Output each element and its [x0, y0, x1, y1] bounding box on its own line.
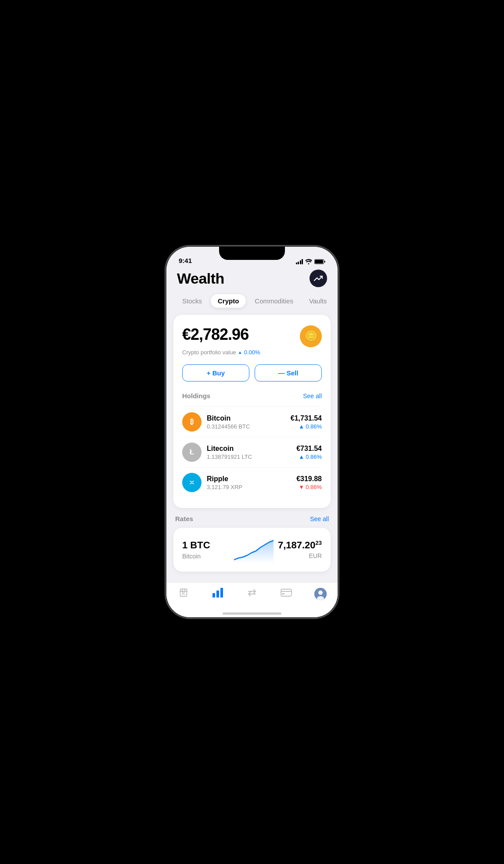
holding-btc[interactable]: ₿ Bitcoin 0.31244566 BTC €1,731.54 ▲ 0.8…: [182, 407, 322, 437]
nav-home[interactable]: R: [173, 588, 194, 598]
holding-xrp[interactable]: Ripple 3,121.79 XRP €319.88 ▼ 0.86%: [182, 467, 322, 497]
svg-rect-11: [282, 593, 284, 594]
rates-asset: 1 BTC: [182, 540, 230, 551]
svg-text:₿: ₿: [190, 418, 194, 425]
xrp-value-wrap: €319.88 ▼ 0.86%: [296, 475, 322, 490]
svg-point-13: [318, 590, 323, 595]
bottom-nav: R: [166, 582, 338, 617]
xrp-amount: 3,121.79 XRP: [207, 484, 296, 490]
svg-text:Ł: Ł: [190, 448, 194, 456]
portfolio-change: 0.00%: [244, 349, 260, 356]
signal-icon: [296, 259, 303, 264]
btc-name: Bitcoin: [207, 414, 291, 422]
xrp-value: €319.88: [296, 475, 322, 483]
xrp-icon: [182, 473, 202, 492]
ltc-value-wrap: €731.54 ▲ 0.86%: [296, 445, 322, 460]
btc-value-wrap: €1,731.54 ▲ 0.86%: [291, 414, 322, 430]
profile-avatar: [314, 588, 327, 600]
holdings-title: Holdings: [182, 392, 210, 400]
btc-change-arrow: ▲: [299, 423, 304, 430]
btc-amount: 0.31244566 BTC: [207, 423, 291, 430]
ltc-change-arrow: ▲: [299, 454, 304, 460]
rates-header: Rates See all: [173, 515, 331, 522]
btc-value: €1,731.54: [291, 414, 322, 422]
tab-stocks[interactable]: Stocks: [175, 294, 209, 308]
ltc-info: Litecoin 1.138791921 LTC: [207, 445, 296, 460]
svg-rect-9: [281, 589, 292, 596]
btc-info: Bitcoin 0.31244566 BTC: [207, 414, 291, 430]
notifications-icon[interactable]: [310, 270, 327, 287]
rates-chart: [230, 536, 278, 563]
ltc-icon: Ł: [182, 443, 202, 462]
rates-left: 1 BTC Bitcoin: [182, 540, 230, 560]
ltc-change: ▲ 0.86%: [296, 454, 322, 460]
nav-wealth[interactable]: [207, 588, 229, 598]
ltc-name: Litecoin: [207, 445, 296, 453]
btc-icon: ₿: [182, 412, 202, 432]
action-buttons: + Buy — Sell: [182, 364, 322, 382]
svg-rect-6: [212, 593, 215, 598]
ltc-amount: 1.138791921 LTC: [207, 454, 296, 460]
btc-change: ▲ 0.86%: [291, 423, 322, 430]
rates-section: Rates See all 1 BTC Bitcoin: [166, 515, 338, 572]
xrp-change: ▼ 0.86%: [296, 484, 322, 490]
nav-card[interactable]: [275, 588, 297, 598]
rates-title: Rates: [175, 515, 193, 522]
tab-commodities[interactable]: Commodities: [248, 294, 300, 308]
status-icons: [296, 259, 326, 264]
portfolio-subtitle: Crypto portfolio value ▲ 0.00%: [182, 349, 322, 356]
xrp-name: Ripple: [207, 475, 296, 483]
category-tabs: Stocks Crypto Commodities Vaults: [166, 294, 338, 315]
svg-point-4: [188, 479, 195, 486]
portfolio-coin-icon: 🪙: [300, 325, 322, 347]
main-content: Wealth Stocks Crypto Commodities Vaults …: [166, 266, 338, 617]
holding-ltc[interactable]: Ł Litecoin 1.138791921 LTC €731.54 ▲ 0.8…: [182, 437, 322, 467]
sell-button[interactable]: — Sell: [255, 364, 322, 382]
portfolio-value: €2,782.96: [182, 325, 248, 344]
page-header: Wealth: [166, 266, 338, 294]
portfolio-card: €2,782.96 🪙 Crypto portfolio value ▲ 0.0…: [173, 315, 331, 508]
nav-profile[interactable]: [310, 588, 331, 600]
battery-icon: [314, 259, 325, 264]
rates-price-wrap: 7,187.2023 EUR: [278, 540, 322, 559]
status-time: 9:41: [179, 257, 192, 264]
change-arrow: ▲: [238, 350, 242, 355]
rates-see-all[interactable]: See all: [310, 515, 329, 522]
home-indicator: [223, 612, 281, 615]
rates-name: Bitcoin: [182, 553, 230, 560]
tab-crypto[interactable]: Crypto: [211, 294, 246, 308]
nav-transfer[interactable]: [241, 588, 263, 598]
rates-currency: EUR: [278, 552, 322, 559]
wifi-icon: [305, 259, 312, 264]
xrp-change-arrow: ▼: [299, 484, 304, 490]
svg-text:R: R: [182, 591, 185, 596]
tab-vaults[interactable]: Vaults: [302, 294, 334, 308]
buy-button[interactable]: + Buy: [182, 364, 249, 382]
ltc-value: €731.54: [296, 445, 322, 453]
svg-rect-7: [216, 590, 219, 598]
holdings-see-all[interactable]: See all: [303, 392, 322, 400]
holdings-header: Holdings See all: [182, 392, 322, 400]
rates-price: 7,187.2023: [278, 540, 322, 550]
svg-rect-8: [220, 588, 223, 598]
svg-rect-1: [315, 260, 323, 263]
xrp-info: Ripple 3,121.79 XRP: [207, 475, 296, 490]
page-title: Wealth: [177, 270, 224, 287]
rates-card[interactable]: 1 BTC Bitcoin: [173, 528, 331, 572]
